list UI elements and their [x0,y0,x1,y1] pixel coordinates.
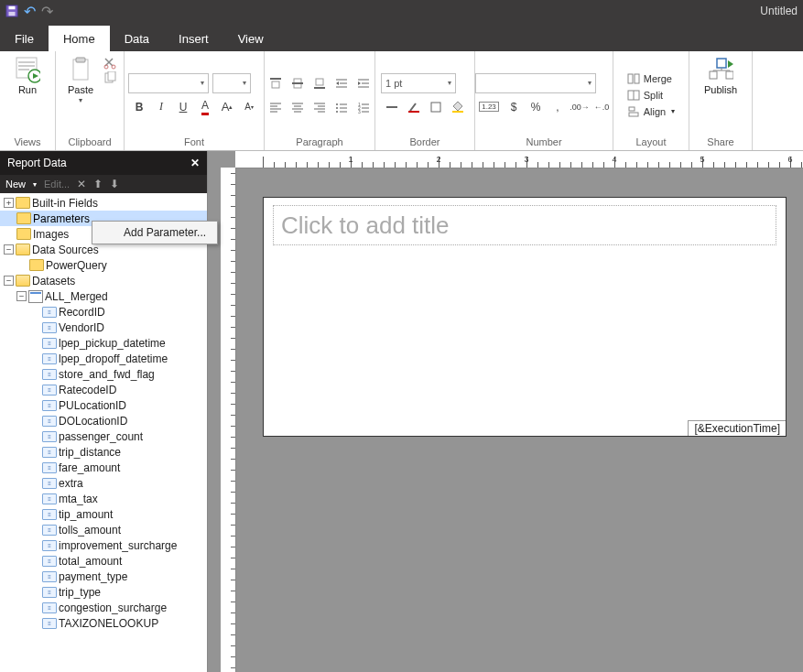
align-top-button[interactable] [265,73,287,93]
tab-data[interactable]: Data [110,26,164,51]
tree-field[interactable]: ≡DOLocationID [0,413,207,428]
vertical-ruler [221,168,236,672]
tree-field[interactable]: ≡tolls_amount [0,522,207,537]
font-size-combo[interactable]: ▾ [212,73,251,93]
tab-view[interactable]: View [223,26,278,51]
svg-marker-21 [336,81,339,85]
split-button[interactable]: Split [624,87,667,103]
tab-file[interactable]: File [0,26,49,51]
tree-field[interactable]: ≡store_and_fwd_flag [0,366,207,382]
move-down-icon[interactable]: ⬇ [110,178,119,190]
increase-indent-button[interactable] [353,73,374,93]
delete-icon[interactable]: ✕ [77,178,86,190]
border-style-button[interactable] [381,97,403,117]
tree-field[interactable]: ≡mta_tax [0,491,207,506]
align-right-button[interactable] [309,97,331,117]
run-button[interactable]: Run [8,55,47,95]
tree-field[interactable]: ≡RecordID [0,304,207,320]
number-format-combo[interactable]: ▾ [475,73,596,93]
tree-field[interactable]: ≡lpep_dropoff_datetime [0,351,207,366]
report-data-tree[interactable]: +Built-in Fields Parameters Images −Data… [0,193,207,672]
shrink-font-button[interactable]: A▾ [238,97,260,117]
paste-icon [68,57,93,82]
merge-button[interactable]: Merge [624,70,676,87]
execution-time-textbox[interactable]: [&ExecutionTime] [688,420,786,436]
grow-font-button[interactable]: A▴ [216,97,238,117]
align-icon [627,105,640,118]
decrease-decimal-button[interactable]: ←.0 [591,97,613,117]
cut-icon[interactable] [103,57,118,70]
numbering-button[interactable]: 123 [353,97,374,117]
comma-button[interactable]: , [547,97,569,117]
publish-button[interactable]: Publish [701,55,740,95]
design-surface[interactable]: 123456 Click to add title [&ExecutionTim… [208,151,803,672]
svg-rect-33 [635,74,639,83]
tree-field[interactable]: ≡congestion_surcharge [0,600,207,615]
save-icon[interactable] [5,5,18,17]
currency-button[interactable]: $ [503,97,525,117]
run-icon [15,57,40,82]
title-placeholder[interactable]: Click to add title [273,205,776,245]
svg-rect-32 [628,74,633,83]
title-bar: ↶ ↷ Untitled [0,0,803,22]
edit-button[interactable]: Edit... [44,179,70,190]
tree-builtin-fields[interactable]: +Built-in Fields [0,195,207,211]
underline-button[interactable]: U [172,97,194,117]
svg-rect-18 [292,82,303,84]
tree-field[interactable]: ≡total_amount [0,553,207,569]
ribbon-group-share: Publish Share [689,51,753,150]
tree-field[interactable]: ≡payment_type [0,569,207,584]
paste-button[interactable]: Paste ▾ [61,55,100,104]
tree-field[interactable]: ≡fare_amount [0,460,207,475]
tab-home[interactable]: Home [49,26,110,51]
tree-powerquery[interactable]: PowerQuery [0,257,207,273]
align-center-button[interactable] [287,97,309,117]
new-dropdown[interactable]: New [5,179,26,190]
border-preset-button[interactable] [425,97,447,117]
font-family-combo[interactable]: ▾ [128,73,209,93]
svg-point-25 [336,111,338,113]
tree-field[interactable]: ≡trip_distance [0,444,207,460]
tree-datasets[interactable]: −Datasets [0,273,207,288]
svg-point-23 [336,103,338,105]
border-width-combo[interactable]: 1 pt▾ [381,73,456,93]
font-color-button[interactable]: A [194,97,216,117]
placeholder-button[interactable]: 1.23 [475,97,503,117]
tree-field[interactable]: ≡trip_type [0,584,207,600]
tree-field[interactable]: ≡improvement_surcharge [0,537,207,553]
redo-icon[interactable]: ↷ [41,3,53,20]
tree-field[interactable]: ≡PULocationID [0,397,207,413]
align-bottom-button[interactable] [309,73,331,93]
tab-insert[interactable]: Insert [164,26,223,51]
chevron-down-icon: ▾ [79,96,82,104]
align-left-button[interactable] [265,97,287,117]
svg-rect-38 [717,59,726,68]
align-middle-button[interactable] [287,73,309,93]
border-color-button[interactable] [403,97,425,117]
bold-button[interactable]: B [128,97,150,117]
percent-button[interactable]: % [525,97,547,117]
tree-field[interactable]: ≡lpep_pickup_datetime [0,335,207,351]
tree-field[interactable]: ≡extra [0,475,207,491]
context-menu: Add Parameter... [92,221,218,244]
move-up-icon[interactable]: ⬆ [93,178,103,190]
tree-field[interactable]: ≡VendorID [0,320,207,335]
tree-field[interactable]: ≡RatecodeID [0,382,207,397]
tree-field[interactable]: ≡passenger_count [0,428,207,444]
report-page[interactable]: Click to add title [&ExecutionTime] [263,197,787,437]
tree-field[interactable]: ≡tip_amount [0,506,207,522]
increase-decimal-button[interactable]: .00→ [569,97,591,117]
fill-color-button[interactable] [447,97,469,117]
decrease-indent-button[interactable] [331,73,353,93]
close-icon[interactable]: ✕ [190,157,200,169]
tree-field[interactable]: ≡TAXIZONELOOKUP [0,615,207,631]
undo-icon[interactable]: ↶ [24,3,36,20]
ribbon-group-number: ▾ 1.23 $ % , .00→ ←.0 Number [475,51,613,150]
align-button[interactable]: Align▾ [624,103,678,120]
split-icon [627,89,640,102]
copy-icon[interactable] [103,71,118,84]
tree-all-merged[interactable]: −ALL_Merged [0,288,207,304]
bullets-button[interactable] [331,97,353,117]
italic-button[interactable]: I [150,97,172,117]
add-parameter-menu-item[interactable]: Add Parameter... [118,224,212,241]
